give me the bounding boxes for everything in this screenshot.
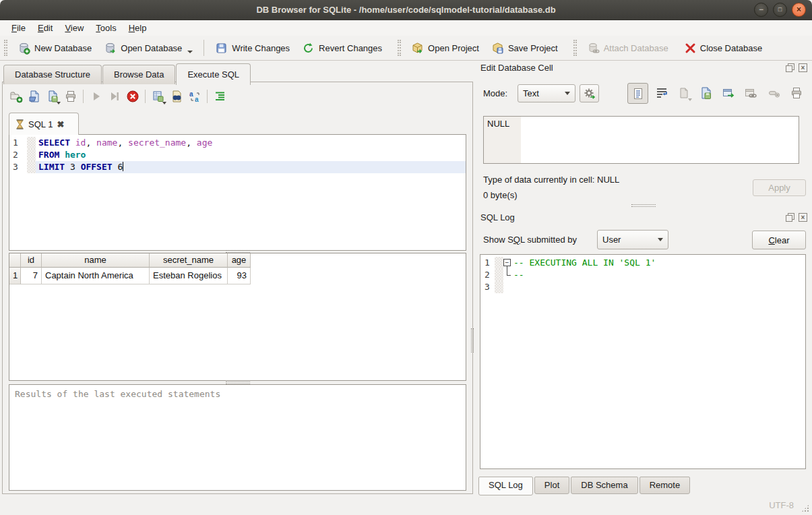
tab-db-schema[interactable]: DB Schema xyxy=(571,477,637,494)
execute-sql-panel: aa SQL 1 ✖ 1 SELECT id, name, secret_nam… xyxy=(2,82,473,494)
save-results-button[interactable] xyxy=(149,88,167,105)
execute-line-icon xyxy=(108,90,121,103)
print-sql-button[interactable] xyxy=(61,88,80,105)
cell-value: NULL xyxy=(487,119,509,129)
dock-float-icon[interactable] xyxy=(786,63,794,72)
resize-grip[interactable] xyxy=(801,504,809,512)
tab-browse-data[interactable]: Browse Data xyxy=(102,65,175,84)
open-project-button[interactable]: Open Project xyxy=(405,38,485,58)
hourglass-icon xyxy=(15,119,24,129)
gear-icon xyxy=(583,87,596,100)
revert-changes-button[interactable]: Revert Changes xyxy=(296,38,388,58)
save-project-button[interactable]: Save Project xyxy=(485,38,564,58)
column-header-secret-name[interactable]: secret_name xyxy=(150,253,228,268)
sql-editor-tab[interactable]: SQL 1 ✖ xyxy=(9,113,79,135)
find-button[interactable] xyxy=(167,88,185,105)
format-icon xyxy=(214,90,227,103)
log-filter-select[interactable]: User xyxy=(597,230,668,249)
window-controls: − □ × xyxy=(754,3,806,17)
line-number: 1 xyxy=(480,257,495,269)
row-header[interactable]: 1 xyxy=(9,268,21,284)
format-sql-button[interactable] xyxy=(211,88,229,105)
cell-value-editor[interactable]: NULL xyxy=(483,116,799,164)
menu-tools[interactable]: Tools xyxy=(90,21,122,35)
cell-name[interactable]: Captain North America xyxy=(42,268,150,284)
corner-header-cell[interactable] xyxy=(9,253,21,268)
write-changes-button[interactable]: Write Changes xyxy=(209,38,296,58)
column-header-name[interactable]: name xyxy=(42,253,150,268)
word-wrap-button[interactable] xyxy=(652,84,670,102)
menu-edit[interactable]: Edit xyxy=(32,21,59,35)
log-line: 2 -- xyxy=(480,269,805,281)
open-external-button[interactable] xyxy=(719,84,737,102)
fold-connector xyxy=(503,269,513,281)
tab-sql-log[interactable]: SQL Log xyxy=(478,477,533,495)
close-button[interactable]: × xyxy=(792,3,806,17)
mode-select[interactable]: Text xyxy=(518,84,575,102)
column-header-age[interactable]: age xyxy=(228,253,251,268)
cell-age[interactable]: 93 xyxy=(228,268,251,284)
results-grid-header: id name secret_name age xyxy=(9,253,466,268)
minimize-button[interactable]: − xyxy=(754,3,768,17)
open-database-button[interactable]: Open Database xyxy=(98,38,199,58)
print-cell-button[interactable] xyxy=(787,84,805,102)
maximize-button[interactable]: □ xyxy=(773,3,787,17)
toolbar-drag-handle[interactable] xyxy=(573,40,577,56)
close-database-button[interactable]: Close Database xyxy=(679,39,769,57)
encoding-indicator: UTF-8 xyxy=(769,500,794,510)
dock-splitter[interactable] xyxy=(475,204,812,207)
pane-splitter[interactable] xyxy=(470,317,474,364)
sql-log-dock-title: SQL Log xyxy=(480,212,515,222)
save-results-dropdown-caret[interactable] xyxy=(162,102,166,104)
line-number: 2 xyxy=(9,149,27,161)
export-data-button[interactable] xyxy=(697,84,715,102)
menu-file[interactable]: File xyxy=(5,21,32,35)
open-database-dropdown-caret[interactable] xyxy=(187,51,193,53)
menu-help[interactable]: Help xyxy=(123,21,153,35)
dock-close-icon[interactable]: × xyxy=(799,213,807,222)
results-message-box: Results of the last executed statements xyxy=(9,384,466,491)
tab-remote[interactable]: Remote xyxy=(639,477,691,494)
attach-database-icon xyxy=(587,42,600,55)
text-mode-button[interactable] xyxy=(627,83,648,104)
cell-id[interactable]: 7 xyxy=(21,268,42,284)
editor-line-current: 3 LIMIT 3 OFFSET 6 xyxy=(9,161,466,173)
find-icon xyxy=(170,90,183,103)
tab-execute-sql[interactable]: Execute SQL xyxy=(176,63,251,85)
toolbar-drag-handle[interactable] xyxy=(398,40,401,56)
apply-button: Apply xyxy=(753,179,806,196)
toolbar-separator xyxy=(204,40,204,56)
replace-button[interactable]: aa xyxy=(185,88,204,105)
tab-plot[interactable]: Plot xyxy=(534,477,569,494)
dock-close-icon[interactable]: × xyxy=(799,63,807,72)
open-sql-tab-button[interactable] xyxy=(7,88,25,105)
sql-tab-close-icon[interactable]: ✖ xyxy=(57,119,64,129)
column-header-id[interactable]: id xyxy=(21,253,42,268)
link-icon xyxy=(744,86,757,100)
title-bar[interactable]: DB Browser for SQLite - /home/user/code/… xyxy=(0,0,812,20)
tab-database-structure[interactable]: Database Structure xyxy=(3,65,102,84)
auto-apply-button[interactable] xyxy=(580,84,599,102)
save-project-icon xyxy=(491,42,504,55)
text-document-icon xyxy=(631,87,645,100)
text-cursor xyxy=(123,162,123,171)
stop-execution-button[interactable] xyxy=(123,88,142,105)
clear-log-button[interactable]: Clear xyxy=(752,231,806,249)
save-sql-file-button[interactable] xyxy=(43,88,61,105)
stop-icon xyxy=(126,90,139,103)
sql-editor[interactable]: 1 SELECT id, name, secret_name, age 2 FR… xyxy=(9,134,466,251)
sql-log-editor[interactable]: 1 −-- EXECUTING ALL IN 'SQL 1' 2 -- 3 xyxy=(480,254,806,469)
execute-line-button xyxy=(105,88,123,105)
toolbar-drag-handle[interactable] xyxy=(4,40,7,56)
table-row: 1 7 Captain North America Esteban Rogeli… xyxy=(9,268,466,284)
import-data-button xyxy=(675,84,693,102)
open-sql-file-button[interactable] xyxy=(25,88,43,105)
menu-view[interactable]: View xyxy=(59,21,90,35)
save-file-dropdown-caret[interactable] xyxy=(57,102,61,104)
dock-float-icon[interactable] xyxy=(786,213,794,222)
set-null-button xyxy=(765,84,783,102)
log-filter-label: Show SQL submitted by xyxy=(483,235,577,245)
cell-secret-name[interactable]: Esteban Rogelios xyxy=(150,268,228,284)
fold-marker[interactable]: − xyxy=(503,259,511,266)
new-database-button[interactable]: New Database xyxy=(11,38,98,58)
